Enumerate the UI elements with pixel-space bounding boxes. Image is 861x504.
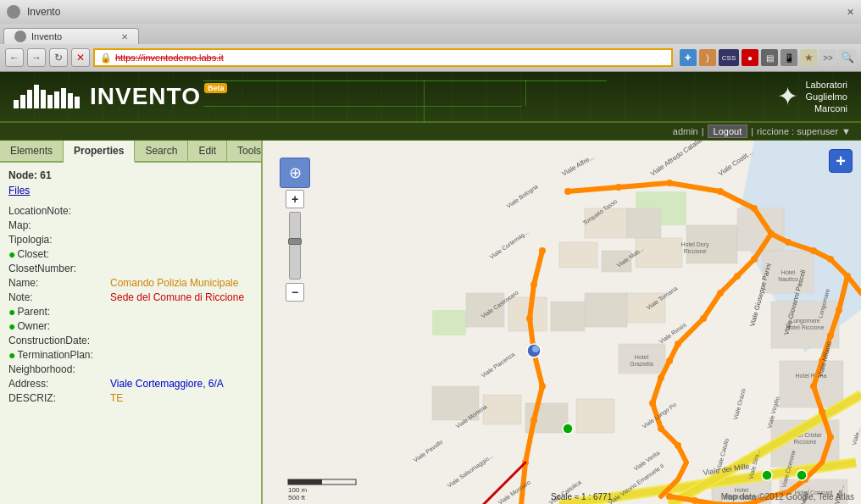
rss-icon[interactable]: ) xyxy=(699,49,716,66)
svg-point-79 xyxy=(526,315,533,322)
main-layout: Elements Properties Search Edit Tools No… xyxy=(0,141,861,504)
header-right: ✦ Laboratori Guglielmo Marconi xyxy=(777,79,847,115)
svg-point-76 xyxy=(666,493,673,500)
map-add-button[interactable]: + xyxy=(829,149,853,173)
title-bar-text: Invento xyxy=(27,6,60,18)
compass-control[interactable]: ⊕ xyxy=(280,158,310,188)
svg-point-64 xyxy=(844,273,851,280)
svg-point-78 xyxy=(530,281,537,288)
owner-dot: ● xyxy=(8,320,15,332)
css-badge: CSS xyxy=(719,49,739,66)
prop-descriz-value: TE xyxy=(110,392,123,404)
prop-parent-label: Parent: xyxy=(17,306,119,318)
addon-icon3[interactable]: 📱 xyxy=(780,49,797,66)
files-link[interactable]: Files xyxy=(8,185,253,197)
zoom-thumb[interactable] xyxy=(288,238,302,245)
reload-button[interactable]: ↻ xyxy=(49,48,68,67)
company-line1: Laboratori xyxy=(805,79,847,91)
svg-rect-5 xyxy=(627,208,661,238)
map-canvas: Hotel Dory Riccione Hotel Nautico Lungom… xyxy=(263,141,861,504)
separator2: | xyxy=(751,126,753,136)
logo-bars xyxy=(14,85,80,108)
logo-area: INVENTO Beta xyxy=(14,83,231,110)
forward-button[interactable]: → xyxy=(27,48,46,67)
lgm-star-icon: ✦ xyxy=(777,81,798,111)
star-icon[interactable]: ★ xyxy=(800,49,817,66)
svg-point-53 xyxy=(717,290,724,296)
zoom-in-button[interactable]: + xyxy=(286,190,304,208)
svg-point-56 xyxy=(666,357,673,364)
company-line2: Guglielmo xyxy=(805,91,847,102)
svg-point-54 xyxy=(700,315,707,322)
svg-point-51 xyxy=(751,256,758,263)
svg-point-46 xyxy=(615,184,622,191)
browser-chrome: Invento ✕ Invento ✕ ← → ↻ ✕ 🔒 https://in… xyxy=(0,0,861,72)
svg-text:Graziella: Graziella xyxy=(630,361,653,367)
more-icon[interactable]: >> xyxy=(819,49,836,66)
url-text: https://inventodemo.labs.it xyxy=(115,53,224,63)
svg-rect-8 xyxy=(636,238,682,268)
svg-rect-22 xyxy=(508,297,547,331)
addon-icon2[interactable]: ▤ xyxy=(761,49,778,66)
app-header: INVENTO Beta ✦ Laboratori Guglielmo Marc… xyxy=(0,72,861,123)
svg-point-59 xyxy=(658,425,664,432)
map-controls: ⊕ + − xyxy=(280,158,310,302)
svg-point-57 xyxy=(658,374,664,381)
tab-strip: Elements Properties Search Edit Tools xyxy=(0,141,261,163)
svg-point-87 xyxy=(797,470,807,480)
prop-closetnumber-label: ClosetNumber: xyxy=(8,263,110,274)
zoom-out-button[interactable]: − xyxy=(286,283,304,302)
tab-properties[interactable]: Properties xyxy=(64,141,135,163)
browser-tab[interactable]: Invento ✕ xyxy=(3,28,139,44)
prop-descriz: DESCRIZ: TE xyxy=(8,392,253,404)
svg-point-86 xyxy=(762,470,772,480)
logo-bar-1 xyxy=(14,100,19,108)
svg-point-89 xyxy=(532,346,539,352)
map-area[interactable]: Hotel Dory Riccione Hotel Nautico Lungom… xyxy=(263,141,861,504)
prop-name-label: Name: xyxy=(8,277,110,289)
tab-elements[interactable]: Elements xyxy=(0,141,64,161)
admin-label: admin xyxy=(673,126,698,136)
zoom-slider[interactable] xyxy=(289,212,301,280)
lock-icon: 🔒 xyxy=(100,53,112,64)
svg-rect-28 xyxy=(483,395,521,424)
prop-note-value: Sede del Comune di Riccione xyxy=(110,291,244,303)
prop-address-value: Viale Cortemaggiore, 6/A xyxy=(110,378,224,390)
svg-point-77 xyxy=(539,247,546,254)
closet-dot: ● xyxy=(8,248,15,260)
left-panel: Elements Properties Search Edit Tools No… xyxy=(0,141,263,504)
svg-point-62 xyxy=(810,247,817,254)
logout-button[interactable]: Logout xyxy=(708,125,748,138)
prop-map-label: Map: xyxy=(8,219,110,231)
svg-point-75 xyxy=(692,497,698,504)
prop-name: Name: Comando Polizia Municipale xyxy=(8,277,253,289)
prop-tipologia-label: Tipologia: xyxy=(8,234,110,246)
svg-point-45 xyxy=(564,188,571,195)
tab-tools[interactable]: Tools xyxy=(227,141,263,161)
logo-bar-6 xyxy=(47,95,53,108)
stop-button[interactable]: ✕ xyxy=(71,48,90,67)
addon-icon1[interactable]: ● xyxy=(742,49,758,66)
svg-point-70 xyxy=(827,434,834,440)
svg-text:Lungomare: Lungomare xyxy=(790,318,820,324)
scale-text: Scale ≈ 1 : 6771 xyxy=(551,492,612,501)
back-button[interactable]: ← xyxy=(5,48,24,67)
prop-address: Address: Viale Cortemaggiore, 6/A xyxy=(8,378,253,390)
tab-edit[interactable]: Edit xyxy=(188,141,227,161)
prop-address-label: Address: xyxy=(8,378,110,390)
logo-text: INVENTO xyxy=(90,83,201,110)
node-title: Node: 61 xyxy=(8,169,253,181)
dropdown-icon[interactable]: ▼ xyxy=(842,126,851,136)
svg-point-55 xyxy=(675,341,681,347)
bookmark-icon[interactable]: ✚ xyxy=(680,49,697,66)
search-icon[interactable]: 🔍 xyxy=(839,49,856,66)
logo-bar-9 xyxy=(68,93,73,108)
svg-text:Hotel Dory: Hotel Dory xyxy=(680,241,709,248)
logo-bar-4 xyxy=(34,85,39,108)
prop-locationnote-label: LocationNote: xyxy=(8,205,110,217)
svg-point-61 xyxy=(785,239,792,246)
user-bar: admin | Logout | riccione : superuser ▼ xyxy=(0,123,861,141)
tab-search[interactable]: Search xyxy=(135,141,188,161)
address-bar[interactable]: 🔒 https://inventodemo.labs.it xyxy=(93,48,673,67)
prop-map: Map: xyxy=(8,219,253,231)
